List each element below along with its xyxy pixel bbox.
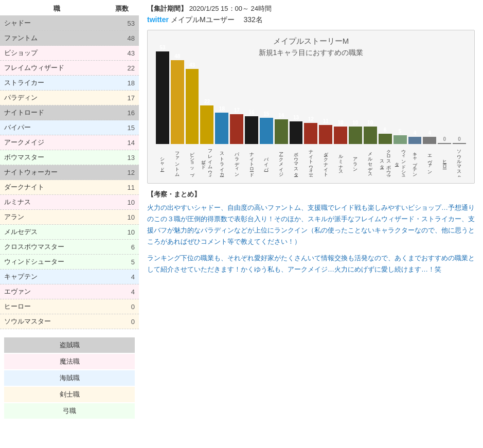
table-row: フレイムウィザード 22 (0, 61, 139, 76)
bar-x-label: シャドー (159, 146, 166, 177)
job-votes: 6 (109, 243, 135, 251)
bar-col: 16ナイトロード (245, 110, 258, 177)
bar-value-label: 17 (234, 107, 240, 113)
table-row: メルセデス 10 (0, 225, 139, 240)
bar-x-label: アークメイジ (278, 146, 284, 177)
job-name: ルミナス (4, 198, 109, 207)
job-votes: 4 (109, 288, 135, 296)
bar-x-label: ダークナイト (323, 146, 329, 177)
twitter-line: twitter メイプルMユーザー 332名 (147, 15, 475, 25)
bar-value-label: 11 (323, 118, 329, 124)
job-votes: 53 (109, 20, 135, 27)
table-row: ファントム 48 (0, 31, 139, 46)
bar-col: 13ボウマスター (290, 115, 303, 177)
job-name: クロスポウマスター (4, 242, 109, 252)
job-table: シャドー 53 ファントム 48 ビショップ 43 フレイムウィザード 22 ス… (0, 16, 139, 329)
bar-value-label: 10 (337, 120, 343, 126)
bar-value-label: 5 (399, 129, 402, 134)
commentary-body1: 火力の出やすいシャドー、自由度の高いファントム、支援職でレイド戦も楽しみやすいビ… (147, 202, 475, 247)
bar-x-label: ルミナス (337, 146, 344, 177)
table-row: シャドー 53 (0, 16, 139, 31)
twitter-label: twitter (147, 15, 169, 24)
bar-rect (290, 121, 303, 144)
bar-col: 12ナイトウォーカー (304, 116, 317, 177)
bar-value-label: 48 (174, 53, 180, 59)
bar-x-label: ウィンドシューター (393, 146, 407, 177)
job-name: ヒーロー (4, 302, 109, 311)
bar-col: 48ファントム (171, 53, 184, 177)
bar-x-label: ストライカー (219, 146, 225, 177)
bar-col: 18ストライカー (215, 106, 228, 177)
job-votes: 16 (109, 109, 135, 117)
bar-x-label: バイパー (263, 146, 270, 177)
bar-rect (408, 137, 422, 144)
job-name: ナイトロード (4, 108, 109, 117)
bar-rect (260, 118, 273, 144)
job-votes: 11 (109, 184, 135, 191)
bar-chart: 53シャドー48ファントム43ビショップ22フレイムウィザード18ストライカー1… (154, 64, 468, 177)
legend-item: 盗賊職 (4, 337, 135, 353)
table-row: ソウルマスター 0 (0, 314, 139, 329)
bar-rect (334, 127, 347, 144)
bar-x-label: ファントム (174, 146, 181, 177)
job-name: ファントム (4, 33, 109, 43)
job-votes: 18 (109, 79, 135, 87)
col-votes-header: 票数 (109, 4, 135, 13)
job-name: シャドー (4, 19, 109, 28)
bar-col: 43ビショップ (186, 62, 199, 177)
commentary: 【考察・まとめ】 火力の出やすいシャドー、自由度の高いファントム、支援職でレイド… (147, 190, 475, 276)
chart-subtitle: 新規1キャラ目におすすめの職業 (154, 48, 468, 58)
table-row: ナイトウォーカー 12 (0, 165, 139, 180)
bar-x-label: フレイムウィザード (200, 146, 213, 177)
bar-col: 10メルセデス (364, 120, 377, 177)
bar-col: 15バイパー (260, 111, 273, 177)
job-name: パラディン (4, 93, 109, 102)
job-votes: 17 (109, 94, 135, 102)
table-row: ボウマスター 13 (0, 150, 139, 165)
bar-col: 0ソウルマスター (453, 136, 466, 177)
bar-col: 22フレイムウィザード (200, 99, 213, 177)
bar-col: 11ダークナイト (319, 118, 332, 177)
bar-x-label: エヴァン (426, 146, 433, 177)
table-row: パラディン 17 (0, 91, 139, 105)
job-votes: 43 (109, 49, 135, 57)
bar-col: 4キャプテン (408, 130, 422, 177)
bar-value-label: 0 (443, 136, 446, 142)
table-row: アラン 10 (0, 210, 139, 225)
bar-col: 14アークメイジ (275, 113, 288, 177)
bar-rect (200, 105, 213, 144)
bar-col: 10ルミナス (334, 120, 347, 177)
bar-x-label: ボウマスター (293, 146, 299, 177)
bar-col: 6クロスボウマスター (379, 127, 392, 177)
legend-item: 弓職 (4, 403, 135, 419)
chart-container: メイプルストーリーM 新規1キャラ目におすすめの職業 53シャドー48ファントム… (147, 30, 475, 184)
job-votes: 4 (109, 273, 135, 281)
table-row: ルミナス 10 (0, 195, 139, 210)
bar-value-label: 0 (458, 136, 461, 142)
table-row: ストライカー 18 (0, 76, 139, 91)
bar-value-label: 10 (367, 120, 373, 126)
source-label: メイプルMユーザー 332名 (171, 15, 263, 24)
job-name: ウィンドシューター (4, 257, 109, 266)
table-row: エヴァン 4 (0, 284, 139, 299)
bar-x-label: ヒーロー (441, 146, 448, 177)
bar-rect (171, 60, 184, 144)
bar-x-label: パラディン (234, 146, 240, 177)
commentary-body2: ランキング下位の職業も、それぞれ愛好家がたくさんいて情報交換も活発なので、あくま… (147, 253, 475, 275)
bar-rect (393, 135, 407, 144)
job-votes: 10 (109, 228, 135, 236)
bar-x-label: キャプテン (412, 146, 418, 177)
job-name: アークメイジ (4, 138, 109, 147)
right-panel: 【集計期間】 2020/1/25 15：00～ 24時間 twitter メイプ… (139, 0, 483, 448)
job-name: ストライカー (4, 78, 109, 87)
table-row: ビショップ 43 (0, 46, 139, 61)
bar-rect (215, 113, 228, 144)
bar-rect (319, 125, 332, 144)
bar-rect (438, 143, 451, 144)
job-name: メルセデス (4, 227, 109, 237)
job-votes: 5 (109, 258, 135, 266)
job-votes: 0 (109, 318, 135, 326)
bar-x-label: クロスボウマスター (379, 146, 392, 177)
period-label: 【集計期間】 (147, 5, 187, 12)
table-row: アークメイジ 14 (0, 135, 139, 150)
